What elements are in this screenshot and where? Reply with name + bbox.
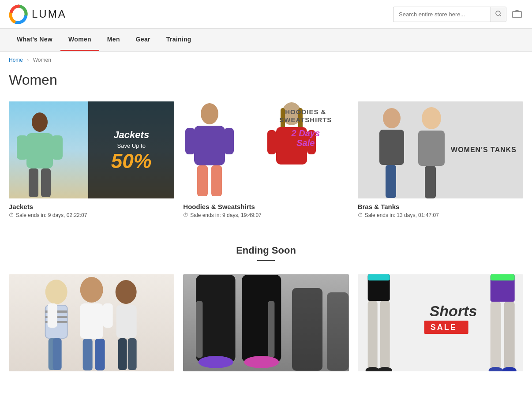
ending-soon-heading: Ending Soon <box>0 236 532 274</box>
bras-tanks-image-wrap: WOMEN'S TANKS <box>358 101 523 198</box>
svg-line-3 <box>500 15 501 16</box>
hoodies-text-area: HOODIES &SWEATSHIRTS 2 DaysSale <box>266 108 345 148</box>
nav-link-men[interactable]: Men <box>99 29 128 50</box>
header-right <box>393 7 523 22</box>
site-header: LUMA <box>0 0 532 29</box>
jackets-person-svg <box>13 111 66 198</box>
svg-rect-49 <box>196 301 203 358</box>
page-title: Women <box>0 68 532 101</box>
svg-rect-13 <box>185 128 195 154</box>
jackets-name: Jackets <box>9 203 174 210</box>
svg-rect-48 <box>242 275 281 362</box>
nav-item-women[interactable]: Women <box>60 29 99 51</box>
svg-rect-42 <box>95 339 105 370</box>
bras-person-1 <box>370 106 414 198</box>
svg-point-62 <box>378 367 392 371</box>
svg-rect-41 <box>83 339 93 370</box>
jackets-banner-title: Jackets <box>113 129 149 141</box>
svg-rect-50 <box>268 301 275 358</box>
nav-link-gear[interactable]: Gear <box>128 29 158 50</box>
hoodies-countdown: ⏱ Sale ends in: 9 days, 19:49:07 <box>183 212 348 218</box>
nav-link-whats-new[interactable]: What's New <box>9 29 60 50</box>
svg-rect-9 <box>29 168 38 197</box>
svg-rect-38 <box>80 303 103 339</box>
bras-tanks-countdown: ⏱ Sale ends in: 13 days, 01:47:07 <box>358 212 523 218</box>
breadcrumb: Home › Women <box>0 52 532 68</box>
bras-person-2 <box>409 106 453 198</box>
svg-point-5 <box>32 112 48 132</box>
svg-rect-8 <box>52 135 63 160</box>
svg-point-1 <box>15 11 22 18</box>
svg-rect-60 <box>380 301 390 371</box>
nav-item-men[interactable]: Men <box>99 29 128 51</box>
svg-point-2 <box>496 11 500 15</box>
search-input[interactable] <box>393 7 491 21</box>
jackets-banner-discount: 50% <box>111 151 152 171</box>
clock-icon-jackets: ⏱ <box>9 212 14 218</box>
nav-link-women[interactable]: Women <box>60 29 99 51</box>
svg-point-61 <box>365 367 379 371</box>
svg-rect-12 <box>194 126 225 165</box>
svg-rect-36 <box>53 338 62 370</box>
ending-soon-section: Ending Soon <box>0 236 532 389</box>
svg-rect-40 <box>103 303 113 328</box>
breadcrumb-home[interactable]: Home <box>9 57 23 63</box>
shorts-image-wrap: Shorts SALE <box>358 274 523 371</box>
product-card-jackets[interactable]: Jackets Save Up to 50% Jackets ⏱ Sale en… <box>9 101 174 218</box>
svg-rect-69 <box>504 302 514 371</box>
top-product-grid: Jackets Save Up to 50% Jackets ⏱ Sale en… <box>0 101 532 236</box>
svg-rect-4 <box>513 11 521 18</box>
product-card-bras-tanks[interactable]: WOMEN'S TANKS Bras & Tanks ⏱ Sale ends i… <box>358 101 523 218</box>
svg-rect-52 <box>201 358 231 366</box>
svg-text:SALE: SALE <box>430 323 457 332</box>
logo-area[interactable]: LUMA <box>9 4 67 24</box>
bottoms-svg <box>183 274 348 371</box>
hoodies-banner-category: HOODIES &SWEATSHIRTS <box>266 108 345 124</box>
svg-rect-39 <box>48 303 57 328</box>
tees-image-wrap <box>9 274 174 371</box>
svg-rect-24 <box>379 130 404 165</box>
svg-rect-68 <box>490 302 501 371</box>
product-card-tees[interactable] <box>9 274 174 371</box>
svg-rect-14 <box>224 128 234 154</box>
svg-point-30 <box>45 280 67 304</box>
breadcrumb-current: Women <box>33 57 51 63</box>
svg-rect-45 <box>128 338 137 370</box>
svg-rect-7 <box>17 135 28 160</box>
hoodies-banner-sale: 2 DaysSale <box>266 128 345 148</box>
svg-rect-56 <box>327 292 348 371</box>
logo-icon <box>9 4 28 24</box>
hoodies-name: Hoodies & Sweatshirts <box>183 203 348 210</box>
svg-text:Shorts: Shorts <box>429 303 477 319</box>
svg-rect-28 <box>418 131 445 166</box>
product-card-hoodies[interactable]: HOODIES &SWEATSHIRTS 2 DaysSale Hoodies … <box>183 101 348 218</box>
product-card-bottoms[interactable] <box>183 274 348 371</box>
product-card-shorts[interactable]: Shorts SALE <box>358 274 523 371</box>
svg-point-11 <box>201 103 218 124</box>
svg-rect-59 <box>367 301 377 371</box>
nav-item-whats-new[interactable]: What's New <box>9 29 60 51</box>
cart-icon <box>511 7 523 19</box>
svg-rect-54 <box>247 358 277 366</box>
svg-rect-58 <box>367 274 390 280</box>
svg-rect-16 <box>211 165 222 196</box>
tees-persons-svg <box>9 274 174 371</box>
nav-link-training[interactable]: Training <box>158 29 199 50</box>
bottom-product-grid: Shorts SALE <box>0 274 532 389</box>
clock-icon-hoodies: ⏱ <box>183 212 188 218</box>
svg-point-23 <box>383 108 401 128</box>
svg-rect-67 <box>490 274 514 280</box>
svg-rect-46 <box>118 338 127 370</box>
cart-button[interactable] <box>511 7 523 21</box>
svg-rect-26 <box>387 165 396 198</box>
bottoms-image-wrap <box>183 274 348 371</box>
search-button[interactable] <box>491 7 506 22</box>
nav-item-gear[interactable]: Gear <box>128 29 158 51</box>
search-box[interactable] <box>393 7 506 22</box>
jackets-image-wrap: Jackets Save Up to 50% <box>9 101 174 198</box>
svg-point-37 <box>80 277 103 303</box>
jackets-countdown: ⏱ Sale ends in: 9 days, 02:22:07 <box>9 212 174 218</box>
nav-item-training[interactable]: Training <box>158 29 199 51</box>
main-nav: What's New Women Men Gear Training <box>0 29 532 52</box>
hoodies-image-wrap: HOODIES &SWEATSHIRTS 2 DaysSale <box>183 101 348 198</box>
